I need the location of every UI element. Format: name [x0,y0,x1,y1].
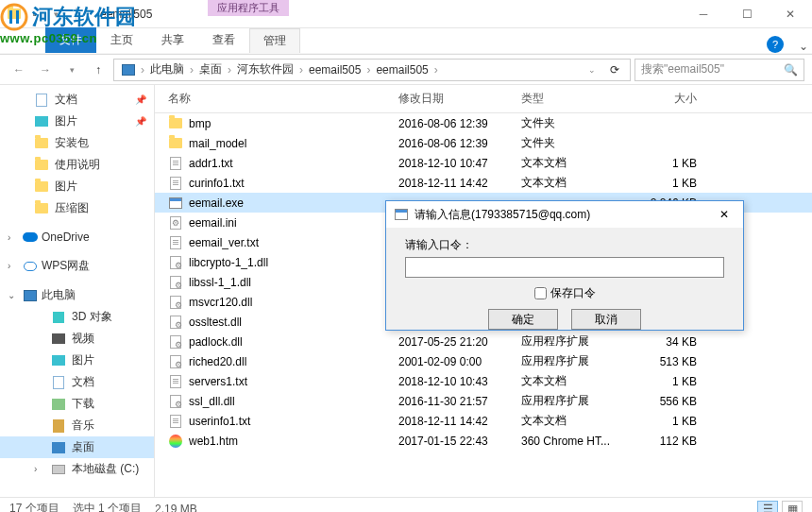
explorer-icon [6,6,23,23]
file-row[interactable]: addr1.txt2018-12-10 10:47文本文档1 KB [155,153,812,173]
dialog-close-button[interactable]: ✕ [713,208,736,221]
sidebar-item[interactable]: 图片📌 [0,111,154,132]
minimize-button[interactable]: ─ [682,0,725,28]
tab-file[interactable]: 文件 [45,27,96,53]
nav-recent-dropdown[interactable]: ▾ [60,59,83,81]
sidebar-item[interactable]: 文档 [0,371,154,393]
file-name: ssl_dll.dll [189,395,235,408]
file-name: padlock.dll [189,335,243,349]
file-row[interactable]: ssl_dll.dll2016-11-30 21:57应用程序扩展556 KB [155,391,812,411]
file-row[interactable]: servers1.txt2018-12-10 10:43文本文档1 KB [155,371,812,391]
breadcrumb-seg[interactable]: 此电脑 [146,61,188,77]
breadcrumb-pc-icon[interactable] [118,64,139,76]
file-size: 1 KB [634,375,710,388]
tab-home[interactable]: 主页 [96,27,147,53]
view-icons-button[interactable]: ▦ [782,501,803,513]
file-name: bmp [189,117,211,130]
col-date-header[interactable]: 修改日期 [398,91,521,107]
sidebar-item[interactable]: 安装包 [0,132,154,154]
vid-icon [51,332,66,347]
file-size: 1 KB [634,157,710,170]
txt-icon [168,176,183,191]
txt-icon [168,156,183,171]
sidebar-item[interactable]: 图片 [0,176,154,197]
sidebar-item[interactable]: 视频 [0,328,154,350]
file-row[interactable]: userinfo1.txt2018-12-11 14:42文本文档1 KB [155,411,812,431]
breadcrumb-seg[interactable]: 桌面 [195,61,226,77]
txt-icon [168,374,183,389]
sidebar-item[interactable]: 下载 [0,393,154,415]
tab-view[interactable]: 查看 [198,27,249,53]
htm-icon [168,434,183,449]
help-icon[interactable]: ? [767,36,784,53]
address-dropdown-icon[interactable]: ⌄ [581,59,603,81]
column-headers: 名称 修改日期 类型 大小 [155,85,812,113]
folder-icon [168,136,183,151]
file-date: 2017-01-15 22:43 [398,435,521,448]
file-date: 2001-02-09 0:00 [398,355,521,368]
sidebar-item[interactable]: 音乐 [0,415,154,436]
search-input[interactable]: 搜索"eemail505" 🔍 [634,59,804,81]
file-type: 文本文档 [521,175,634,191]
file-size: 513 KB [634,355,710,368]
file-name: eemail_ver.txt [189,236,259,249]
search-icon[interactable]: 🔍 [784,63,798,77]
file-type: 文本文档 [521,413,634,429]
sidebar-item[interactable]: 3D 对象 [0,306,154,328]
file-row[interactable]: curinfo1.txt2018-12-11 14:42文本文档1 KB [155,173,812,193]
sidebar-item[interactable]: 使用说明 [0,154,154,176]
sidebar-item[interactable]: 压缩图 [0,197,154,219]
qat-properties-icon[interactable]: ▫ [26,6,43,23]
dsk-icon [51,440,66,455]
pic-icon [34,114,49,129]
file-name: mail_model [189,137,246,150]
tab-share[interactable]: 共享 [147,27,198,53]
sidebar-item[interactable]: 桌面 [0,436,154,458]
close-button[interactable]: ✕ [769,0,812,28]
col-type-header[interactable]: 类型 [521,91,634,107]
dialog-ok-button[interactable]: 确定 [488,309,558,330]
breadcrumb-seg[interactable]: eemail505 [305,63,364,77]
3d-icon [51,310,66,325]
nav-back-button[interactable]: ← [8,59,30,81]
nav-up-button[interactable]: ↑ [87,59,110,81]
sidebar-item[interactable]: 文档📌 [0,89,154,111]
col-name-header[interactable]: 名称 [162,91,398,107]
dialog-save-checkbox[interactable] [534,287,547,299]
file-name: web1.htm [189,435,238,448]
exe-icon [168,196,183,211]
sidebar-this-pc[interactable]: ⌄此电脑 [0,284,154,306]
file-name: msvcr120.dll [189,296,252,309]
status-bar: 17 个项目 选中 1 个项目 2.19 MB ☰ ▦ [0,497,812,512]
qat-dropdown-icon[interactable]: ▾ [47,6,64,23]
dialog-password-label: 请输入口令： [405,237,724,253]
sidebar-item[interactable]: ›本地磁盘 (C:) [0,458,154,480]
file-name: libcrypto-1_1.dll [189,256,268,269]
ribbon-expand-icon[interactable]: ⌄ [795,40,812,53]
refresh-button[interactable]: ⟳ [603,59,626,81]
tab-manage[interactable]: 管理 [249,28,300,53]
pic-icon [51,353,66,368]
status-item-count: 17 个项目 [9,501,59,512]
file-date: 2016-08-06 12:39 [398,117,521,130]
breadcrumb-seg[interactable]: 河东软件园 [233,61,297,77]
breadcrumb[interactable]: › 此电脑› 桌面› 河东软件园› eemail505› eemail505› … [113,59,631,81]
dialog-password-input[interactable] [405,257,724,278]
sidebar-item[interactable]: 图片 [0,350,154,371]
sidebar-onedrive[interactable]: ›OneDrive [0,227,154,247]
dialog-app-icon [394,207,409,222]
view-details-button[interactable]: ☰ [757,501,778,513]
sidebar-wps[interactable]: ›WPS网盘 [0,255,154,277]
file-name: userinfo1.txt [189,415,250,428]
col-size-header[interactable]: 大小 [634,91,710,107]
file-name: addr1.txt [189,157,233,170]
file-row[interactable]: bmp2016-08-06 12:39文件夹 [155,113,812,133]
password-dialog: 请输入信息(1793385715@qq.com) ✕ 请输入口令： 保存口令 确… [385,200,744,331]
maximize-button[interactable]: ☐ [725,0,769,28]
breadcrumb-seg[interactable]: eemail505 [372,63,431,77]
dialog-cancel-button[interactable]: 取消 [571,309,641,330]
file-row[interactable]: riched20.dll2001-02-09 0:00应用程序扩展513 KB [155,351,812,371]
file-row[interactable]: mail_model2016-08-06 12:39文件夹 [155,133,812,153]
window-title: eemail505 [91,8,682,21]
file-row[interactable]: web1.htm2017-01-15 22:43360 Chrome HT...… [155,431,812,451]
